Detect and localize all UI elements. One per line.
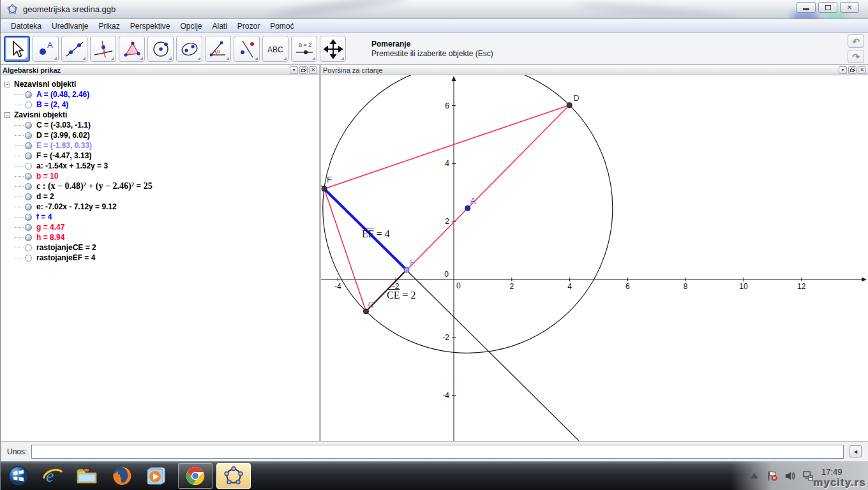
object-visible-icon[interactable] bbox=[25, 183, 32, 190]
workspace: Algebarski prikaz ▾ ✕ −Nezavisni objekti… bbox=[1, 65, 868, 441]
algebra-item[interactable]: D = (3.99, 6.02) bbox=[4, 130, 319, 140]
algebra-item[interactable]: F = (-4.47, 3.13) bbox=[4, 151, 319, 161]
point-F[interactable] bbox=[322, 186, 327, 191]
object-visible-icon[interactable] bbox=[25, 234, 32, 241]
circle-tool[interactable] bbox=[147, 36, 174, 62]
collapse-icon[interactable]: − bbox=[4, 82, 10, 87]
move-view-arrows-icon bbox=[324, 40, 343, 59]
volume-icon[interactable] bbox=[784, 470, 796, 482]
object-visible-icon[interactable] bbox=[25, 152, 32, 160]
menu-item-perspektive[interactable]: Perspektive bbox=[125, 20, 176, 33]
chrome-taskbar-button[interactable] bbox=[178, 463, 213, 489]
close-button[interactable]: ✕ bbox=[840, 2, 859, 13]
measure-label-ef: EF = 4 bbox=[362, 228, 390, 240]
point-C[interactable] bbox=[363, 309, 368, 314]
network-icon[interactable] bbox=[802, 470, 814, 482]
line-icon bbox=[65, 40, 84, 59]
geogebra-taskbar-button[interactable] bbox=[216, 463, 251, 489]
minimize-button[interactable] bbox=[797, 2, 816, 13]
algebra-item[interactable]: b = 10 bbox=[4, 171, 319, 181]
algebra-menu-button[interactable]: ▾ bbox=[290, 66, 298, 74]
algebra-item[interactable]: rastojanjeCE = 2 bbox=[4, 242, 319, 253]
firefox-icon[interactable] bbox=[109, 463, 135, 489]
line-tool[interactable] bbox=[61, 36, 87, 62]
windows-explorer-icon[interactable] bbox=[75, 463, 100, 489]
object-visible-icon[interactable] bbox=[25, 142, 32, 149]
input-help-button[interactable]: ◄ bbox=[849, 445, 862, 457]
collapse-icon[interactable]: − bbox=[4, 112, 10, 118]
point-A[interactable] bbox=[465, 205, 470, 211]
algebra-item[interactable]: g = 4.47 bbox=[4, 222, 319, 232]
reflect-tool[interactable] bbox=[234, 36, 260, 62]
algebra-item[interactable]: c : (x − 0.48)² + (y − 2.46)² = 25 bbox=[4, 181, 319, 191]
object-visible-icon[interactable] bbox=[25, 204, 32, 211]
show-hidden-icons-button[interactable] bbox=[749, 470, 760, 482]
graphics-restore-button[interactable] bbox=[848, 66, 857, 74]
maximize-icon bbox=[825, 5, 831, 10]
algebra-restore-button[interactable] bbox=[299, 66, 308, 74]
algebra-item[interactable]: h = 8.94 bbox=[4, 232, 319, 242]
redo-button[interactable]: ↷ bbox=[848, 50, 864, 63]
object-hidden-icon[interactable] bbox=[25, 244, 32, 251]
object-hidden-icon[interactable] bbox=[25, 163, 32, 170]
polygon-tool[interactable] bbox=[119, 36, 145, 62]
menu-item-ureivanje[interactable]: Uređivanje bbox=[47, 20, 93, 33]
graphics-canvas[interactable]: -4-20246810126420-2-4ACDEFEF = 4CE = 2 bbox=[321, 75, 868, 441]
polygon-icon bbox=[123, 40, 142, 59]
start-button[interactable] bbox=[6, 463, 31, 489]
algebra-section[interactable]: −Zavisni objekti bbox=[4, 110, 319, 120]
y-tick-label: 0 bbox=[444, 270, 449, 279]
menu-item-datoteka[interactable]: Datoteka bbox=[6, 20, 47, 33]
conic-tool[interactable] bbox=[176, 36, 202, 62]
media-player-icon[interactable] bbox=[144, 463, 169, 489]
point-E[interactable] bbox=[404, 267, 409, 272]
menu-item-prozor[interactable]: Prozor bbox=[232, 20, 265, 33]
maximize-button[interactable] bbox=[818, 2, 837, 13]
angle-tool[interactable]: α bbox=[205, 36, 231, 62]
internet-explorer-icon[interactable]: e bbox=[40, 463, 66, 489]
object-hidden-icon[interactable] bbox=[25, 101, 32, 108]
text-tool[interactable]: ABC bbox=[262, 36, 288, 62]
algebra-close-button[interactable]: ✕ bbox=[309, 66, 317, 74]
menu-item-opcije[interactable]: Opcije bbox=[175, 20, 207, 33]
algebra-section[interactable]: −Nezavisni objekti bbox=[4, 79, 319, 89]
undo-button[interactable]: ↶ bbox=[848, 34, 864, 48]
action-center-icon[interactable] bbox=[767, 470, 778, 482]
algebra-item[interactable]: f = 4 bbox=[4, 212, 319, 222]
object-visible-icon[interactable] bbox=[25, 193, 32, 200]
algebra-item[interactable]: e: -7.02x - 7.12y = 9.12 bbox=[4, 202, 319, 212]
title-bar: geometrijska sredina.ggb ✕ bbox=[1, 0, 868, 19]
input-bar: Unos: ◄ bbox=[1, 441, 868, 461]
algebra-item[interactable]: d = 2 bbox=[4, 191, 319, 202]
object-hidden-icon[interactable] bbox=[25, 255, 32, 262]
object-definition: h = 8.94 bbox=[36, 233, 64, 242]
clock[interactable]: 17:49 bbox=[821, 467, 842, 477]
reflect-icon bbox=[237, 40, 257, 59]
menu-item-pomo[interactable]: Pomoć bbox=[265, 20, 299, 33]
algebra-item[interactable]: A = (0.48, 2.46) bbox=[4, 89, 319, 100]
menu-item-prikaz[interactable]: Prikaz bbox=[93, 20, 124, 33]
wallpaper-smudge bbox=[269, 0, 409, 19]
point-D[interactable] bbox=[567, 103, 572, 108]
perpendicular-line-tool[interactable] bbox=[90, 36, 116, 62]
algebra-item[interactable]: rastojanjeEF = 4 bbox=[4, 253, 319, 263]
object-visible-icon[interactable] bbox=[25, 91, 32, 98]
move-tool[interactable] bbox=[4, 36, 30, 62]
menu-item-alati[interactable]: Alati bbox=[207, 20, 232, 33]
graphics-svg[interactable]: -4-20246810126420-2-4ACDEF bbox=[321, 75, 867, 441]
slider-tool[interactable]: a = 2 bbox=[291, 36, 317, 62]
command-input[interactable] bbox=[31, 445, 844, 459]
algebra-item[interactable]: a: -1.54x + 1.52y = 3 bbox=[4, 161, 319, 171]
point-tool[interactable]: A bbox=[33, 36, 59, 62]
graphics-menu-button[interactable]: ▾ bbox=[839, 66, 847, 74]
graphics-close-button[interactable]: ✕ bbox=[858, 66, 866, 74]
object-visible-icon[interactable] bbox=[25, 122, 32, 129]
algebra-item[interactable]: E = (-1.63, 0.33) bbox=[4, 140, 319, 151]
algebra-item[interactable]: C = (-3.03, -1.1) bbox=[4, 120, 319, 130]
move-graphics-view-tool[interactable] bbox=[320, 36, 346, 62]
object-visible-icon[interactable] bbox=[25, 224, 32, 231]
object-visible-icon[interactable] bbox=[25, 132, 32, 139]
object-visible-icon[interactable] bbox=[25, 173, 32, 180]
object-visible-icon[interactable] bbox=[25, 214, 32, 221]
algebra-item[interactable]: B = (2, 4) bbox=[4, 100, 319, 110]
